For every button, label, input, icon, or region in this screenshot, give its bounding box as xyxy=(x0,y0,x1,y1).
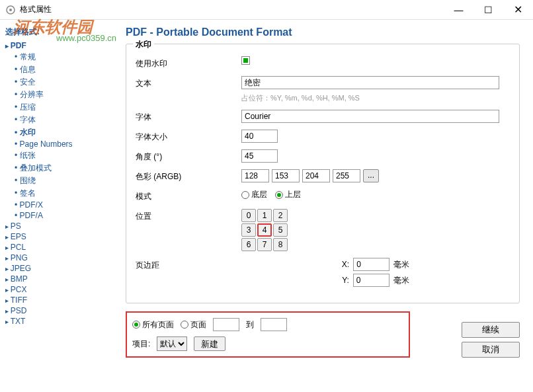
position-0[interactable]: 0 xyxy=(241,209,256,222)
position-8[interactable]: 8 xyxy=(273,238,288,251)
tree-pdf-围绕[interactable]: 围绕 xyxy=(15,175,114,187)
mode-over-radio[interactable]: 上层 xyxy=(275,189,301,200)
tree-pcx[interactable]: PCX xyxy=(5,284,114,295)
close-button[interactable]: ✕ xyxy=(503,0,533,20)
tree-pdf-签名[interactable]: 签名 xyxy=(15,187,114,200)
app-icon xyxy=(5,5,16,15)
tree-bmp[interactable]: BMP xyxy=(5,274,114,284)
argb-g-input[interactable] xyxy=(302,169,330,182)
argb-r-input[interactable] xyxy=(272,169,300,182)
position-1[interactable]: 1 xyxy=(257,209,272,222)
minimize-button[interactable]: — xyxy=(444,0,473,20)
svg-point-1 xyxy=(9,9,12,11)
tree-pdf-叠加模式[interactable]: 叠加模式 xyxy=(15,162,114,175)
continue-button[interactable]: 继续 xyxy=(462,322,520,338)
page-from-input[interactable] xyxy=(213,318,239,331)
project-select[interactable]: 默认 xyxy=(157,336,187,351)
color-picker-button[interactable]: ... xyxy=(363,169,379,182)
label-margin: 页边距 xyxy=(136,258,241,271)
fieldset-legend: 水印 xyxy=(133,39,154,50)
placeholder-hint: 占位符：%Y, %m, %d, %H, %M, %S xyxy=(241,93,360,103)
text-input[interactable] xyxy=(241,76,499,89)
position-6[interactable]: 6 xyxy=(241,238,256,251)
label-font: 字体 xyxy=(136,110,241,123)
mode-under-radio[interactable]: 底层 xyxy=(241,189,267,200)
label-angle: 角度 (°) xyxy=(136,149,241,163)
margin-x-input[interactable] xyxy=(353,258,390,271)
tree-pdf-水印[interactable]: 水印 xyxy=(15,126,114,139)
tree-tiff[interactable]: TIFF xyxy=(5,295,114,305)
margin-y-label: Y: xyxy=(342,276,349,285)
window-title: 格式属性 xyxy=(20,4,444,15)
margin-y-input[interactable] xyxy=(353,274,390,287)
tree-pdf-信息[interactable]: 信息 xyxy=(15,63,114,76)
tree-ps[interactable]: PS xyxy=(5,221,114,231)
margin-x-label: X: xyxy=(342,260,349,269)
label-color: 色彩 (ARGB) xyxy=(136,169,241,182)
position-5[interactable]: 5 xyxy=(273,223,288,237)
tree-pdf-PDF/A[interactable]: PDF/A xyxy=(15,210,114,221)
pages-range-radio[interactable]: 页面 xyxy=(181,319,206,331)
argb-a-input[interactable] xyxy=(241,169,269,182)
tree-pcl[interactable]: PCL xyxy=(5,242,114,253)
page-to-input[interactable] xyxy=(261,318,287,331)
argb-b-input[interactable] xyxy=(333,169,360,182)
tree-pdf-常规[interactable]: 常规 xyxy=(15,51,114,63)
margin-y-unit: 毫米 xyxy=(393,275,409,286)
tree-png[interactable]: PNG xyxy=(5,253,114,263)
font-input[interactable] xyxy=(241,110,499,123)
tree-psd[interactable]: PSD xyxy=(5,305,114,316)
position-7[interactable]: 7 xyxy=(257,238,272,251)
tree-pdf-Page Numbers[interactable]: Page Numbers xyxy=(15,139,114,149)
angle-input[interactable] xyxy=(241,149,278,163)
tree-pdf-PDF/X[interactable]: PDF/X xyxy=(15,200,114,210)
margin-x-unit: 毫米 xyxy=(393,259,409,270)
label-text: 文本 xyxy=(136,76,241,89)
label-fontsize: 字体大小 xyxy=(136,130,241,143)
tree-pdf-压缩[interactable]: 压缩 xyxy=(15,101,114,114)
maximize-button[interactable]: ☐ xyxy=(473,0,503,20)
tree-eps[interactable]: EPS xyxy=(5,231,114,242)
new-project-button[interactable]: 新建 xyxy=(194,336,226,351)
fontsize-input[interactable] xyxy=(241,130,278,143)
format-sidebar: 选择格式: PDF 常规信息安全分辨率压缩字体水印Page Numbers纸张叠… xyxy=(0,20,119,392)
page-range-box: 所有页面 页面 到 项目: 默认 新建 xyxy=(126,311,410,358)
label-use-watermark: 使用水印 xyxy=(136,56,241,69)
label-position: 位置 xyxy=(136,209,241,222)
position-3[interactable]: 3 xyxy=(241,223,256,237)
watermark-fieldset: 水印 使用水印 文本 占位符：%Y, %m, %d, %H, %M, %S 字体… xyxy=(126,44,520,303)
position-4[interactable]: 4 xyxy=(257,223,272,237)
to-label: 到 xyxy=(246,319,254,331)
tree-pdf-字体[interactable]: 字体 xyxy=(15,114,114,126)
project-label: 项目: xyxy=(132,338,150,350)
all-pages-radio[interactable]: 所有页面 xyxy=(132,319,174,331)
use-watermark-checkbox[interactable] xyxy=(241,56,250,65)
tree-txt[interactable]: TXT xyxy=(5,316,114,327)
tree-jpeg[interactable]: JPEG xyxy=(5,263,114,274)
tree-pdf-纸张[interactable]: 纸张 xyxy=(15,149,114,162)
content-title: PDF - Portable Document Format xyxy=(126,26,520,38)
label-mode: 模式 xyxy=(136,189,241,202)
tree-pdf-安全[interactable]: 安全 xyxy=(15,76,114,89)
cancel-button[interactable]: 取消 xyxy=(462,342,520,358)
tree-pdf-分辨率[interactable]: 分辨率 xyxy=(15,89,114,101)
position-2[interactable]: 2 xyxy=(273,209,288,222)
overlay-url: www.pc0359.cn xyxy=(56,33,116,43)
